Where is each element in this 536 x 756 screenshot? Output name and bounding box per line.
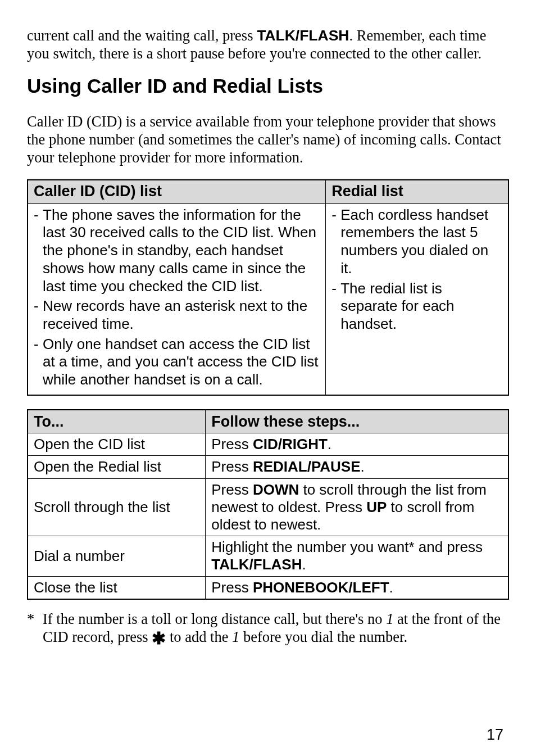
key-phonebook-left: PHONEBOOK/LEFT	[253, 579, 389, 596]
row2-post: .	[361, 458, 365, 475]
page: current call and the waiting call, press…	[0, 0, 536, 756]
header-steps: Follow these steps...	[206, 410, 508, 433]
row5-post: .	[389, 579, 393, 596]
row1-post: .	[328, 436, 331, 452]
row2-steps: Press REDIAL/PAUSE.	[206, 456, 508, 478]
cid-bullet-1: The phone saves the information for the …	[34, 206, 320, 296]
redial-list-cell: Each cordless handset remembers the last…	[326, 203, 508, 395]
row5-to: Close the list	[28, 576, 206, 599]
footnote: * If the number is a toll or long distan…	[27, 610, 509, 646]
row3-pre: Press	[211, 481, 253, 498]
fn-seg1: If the number is a toll or long distance…	[43, 610, 386, 627]
redial-bullets: Each cordless handset remembers the last…	[331, 206, 502, 333]
fn-one1: 1	[386, 610, 393, 627]
row5-pre: Press	[211, 579, 253, 596]
cid-bullet-2: New records have an asterisk next to the…	[34, 297, 320, 333]
redial-bullet-1: Each cordless handset remembers the last…	[331, 206, 502, 278]
key-redial-pause: REDIAL/PAUSE	[253, 458, 361, 475]
row2-to: Open the Redial list	[28, 456, 206, 478]
fn-seg4: before you dial the number.	[239, 628, 407, 645]
row4-pre: Highlight the number you want* and press	[211, 538, 483, 555]
intro-seg1: current call and the waiting call, press	[27, 27, 257, 44]
cid-redial-table: Caller ID (CID) list Redial list The pho…	[27, 179, 509, 396]
redial-bullet-2: The redial list is separate for each han…	[331, 280, 502, 333]
section-body: Caller ID (CID) is a service available f…	[27, 112, 509, 167]
intro-paragraph: current call and the waiting call, press…	[27, 26, 509, 63]
row4-post: .	[302, 556, 306, 573]
row1-pre: Press	[211, 436, 253, 452]
row4-steps: Highlight the number you want* and press…	[206, 536, 508, 576]
fn-one2: 1	[232, 628, 239, 645]
row5-steps: Press PHONEBOOK/LEFT.	[206, 576, 508, 599]
steps-table: To... Follow these steps... Open the CID…	[27, 409, 509, 600]
key-talk-flash: TALK/FLASH	[257, 27, 349, 44]
fn-seg3: to add the	[166, 628, 232, 645]
star-icon: ✱	[152, 629, 166, 648]
header-to: To...	[28, 410, 206, 433]
row4-to: Dial a number	[28, 536, 206, 576]
key-up: UP	[366, 499, 387, 515]
footnote-text: If the number is a toll or long distance…	[43, 610, 509, 646]
page-number: 17	[487, 726, 503, 744]
row1-to: Open the CID list	[28, 433, 206, 456]
row3-steps: Press DOWN to scroll through the list fr…	[206, 478, 508, 536]
row3-to: Scroll through the list	[28, 478, 206, 536]
row2-pre: Press	[211, 458, 253, 475]
section-heading: Using Caller ID and Redial Lists	[27, 75, 509, 97]
key-cid-right: CID/RIGHT	[253, 436, 328, 452]
header-cid-list: Caller ID (CID) list	[28, 180, 326, 204]
header-redial-list: Redial list	[326, 180, 508, 204]
cid-bullet-3: Only one handset can access the CID list…	[34, 336, 320, 389]
key-talk-flash-2: TALK/FLASH	[211, 556, 302, 573]
row1-steps: Press CID/RIGHT.	[206, 433, 508, 456]
cid-list-cell: The phone saves the information for the …	[28, 203, 326, 395]
key-down: DOWN	[253, 481, 299, 498]
footnote-asterisk: *	[27, 610, 43, 646]
cid-bullets: The phone saves the information for the …	[34, 206, 320, 389]
